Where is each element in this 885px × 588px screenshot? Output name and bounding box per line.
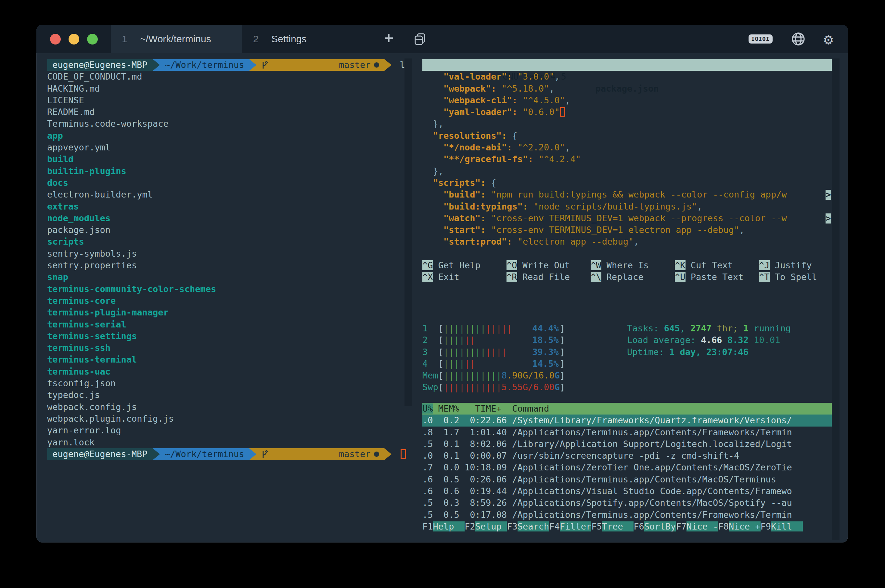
nano-line: "scripts": { bbox=[422, 177, 832, 189]
zoom-button[interactable] bbox=[87, 34, 98, 45]
nano-shortcut: ^K Cut Text bbox=[675, 260, 759, 271]
nano-shortcut: ^T To Spell bbox=[759, 271, 843, 283]
nano-line: "build": "npm run build:typings && webpa… bbox=[422, 189, 832, 201]
titlebar-right-icons: IOIOI ⚙ bbox=[748, 25, 848, 53]
file-entry: docs bbox=[47, 177, 421, 189]
htop-summary: Tasks: 645, 2747 thr; 1 runningLoad aver… bbox=[627, 322, 791, 358]
process-row[interactable]: .8 1.7 1:01.40 /Applications/Terminus.ap… bbox=[422, 426, 832, 438]
powerline-separator bbox=[249, 59, 256, 71]
file-entry: HACKING.md bbox=[47, 83, 421, 94]
htop-process-table: U% MEM% TIME+ Command .0 0.2 0:22.66 /Sy… bbox=[422, 403, 832, 532]
right-pane-scrollbar[interactable] bbox=[832, 58, 840, 540]
nano-line: "webpack": "^5.18.0", bbox=[422, 83, 832, 94]
git-branch-name: master bbox=[339, 59, 371, 71]
prompt-git-segment: master bbox=[256, 59, 384, 71]
file-entry: yarn.lock bbox=[47, 436, 421, 448]
prompt-git-segment: master bbox=[256, 448, 384, 460]
process-row[interactable]: .6 0.5 0:26.06 /Applications/Terminus.ap… bbox=[422, 474, 832, 485]
file-entry: sentry.properties bbox=[47, 260, 421, 271]
file-entry: terminus-community-color-schemes bbox=[47, 283, 421, 295]
file-entry: terminus-serial bbox=[47, 319, 421, 330]
file-entry: terminus-plugin-manager bbox=[47, 307, 421, 318]
prompt-user-host: eugene@Eugenes-MBP bbox=[47, 448, 153, 460]
terminus-window: 1 ~/Work/terminus 2 Settings + bbox=[36, 25, 848, 543]
nano-line: "val-loader": "3.0.0", bbox=[422, 71, 832, 82]
nano-shortcut: ^J Justify bbox=[759, 260, 843, 271]
nano-buffer: "val-loader": "3.0.0", "webpack": "^5.18… bbox=[422, 71, 832, 248]
file-entry: typedoc.js bbox=[47, 389, 421, 401]
file-entry: webpack.config.js bbox=[47, 401, 421, 413]
tab-work-terminus[interactable]: 1 ~/Work/terminus bbox=[111, 25, 242, 53]
file-entry: app bbox=[47, 130, 421, 142]
file-entry: LICENSE bbox=[47, 94, 421, 106]
prompt-user-host: eugene@Eugenes-MBP bbox=[47, 59, 153, 71]
sort-column-header[interactable]: U% bbox=[422, 404, 433, 414]
powerline-separator bbox=[153, 59, 160, 71]
left-pane-scrollbar[interactable] bbox=[405, 58, 412, 406]
right-terminal-pane[interactable]: GNU nano 4.5 package.json "val-loader": … bbox=[421, 53, 848, 543]
split-pane-button[interactable] bbox=[405, 25, 436, 53]
nano-editor: GNU nano 4.5 package.json "val-loader": … bbox=[422, 59, 832, 283]
nano-line: }, bbox=[422, 118, 832, 130]
process-row[interactable]: .7 0.0 10:18.09 /Applications/ZeroTier O… bbox=[422, 462, 832, 473]
nano-shortcut-bar: ^G Get Help^O Write Out^W Where Is^K Cut… bbox=[422, 260, 832, 283]
file-entry: terminus-core bbox=[47, 295, 421, 307]
nano-shortcut: ^\ Replace bbox=[591, 271, 675, 283]
nano-shortcut: ^U Paste Text bbox=[675, 271, 759, 283]
serial-port-icon[interactable]: IOIOI bbox=[748, 34, 772, 44]
process-row[interactable]: .6 0.6 0:19.44 /Applications/Visual Stud… bbox=[422, 485, 832, 497]
process-row[interactable]: .5 0.3 8:59.26 /Applications/Spotify.app… bbox=[422, 497, 832, 509]
git-branch-icon bbox=[261, 38, 336, 93]
htop-meter: 1[|||||||||||||44.4%] bbox=[422, 322, 565, 334]
htop-meter: Mem[|||||||||||8.90G/16.0G] bbox=[422, 370, 565, 381]
file-entry: builtin-plugins bbox=[47, 165, 421, 177]
process-row[interactable]: .5 0.5 0:17.08 /Applications/Terminus.ap… bbox=[422, 509, 832, 521]
file-entry: CODE_OF_CONDUCT.md bbox=[47, 71, 421, 82]
close-button[interactable] bbox=[50, 34, 61, 45]
file-entry: tsconfig.json bbox=[47, 378, 421, 389]
plus-icon: + bbox=[384, 28, 394, 48]
file-entry: scripts bbox=[47, 236, 421, 248]
terminal-pane[interactable]: eugene@Eugenes-MBP ~/Work/terminus mas bbox=[47, 53, 421, 543]
tab-index: 1 bbox=[122, 33, 140, 45]
process-row[interactable]: .5 0.1 8:02.06 /Library/Application Supp… bbox=[422, 438, 832, 450]
settings-gear-icon[interactable]: ⚙ bbox=[824, 32, 833, 47]
powerline-separator bbox=[384, 448, 392, 460]
split-pane-icon bbox=[413, 32, 427, 46]
process-rows: .0 0.2 0:22.66 /System/Library/Framework… bbox=[422, 414, 832, 521]
file-entry: sentry-symbols.js bbox=[47, 248, 421, 260]
window-titlebar: 1 ~/Work/terminus 2 Settings + bbox=[36, 25, 848, 53]
file-entry: package.json bbox=[47, 224, 421, 236]
htop-meters: 1[|||||||||||||44.4%]2[||||||18.5%]3[|||… bbox=[422, 322, 565, 393]
new-tab-button[interactable]: + bbox=[373, 25, 405, 53]
nano-shortcut: ^W Where Is bbox=[591, 260, 675, 271]
htop-summary-line: Uptime: 1 day, 23:07:46 bbox=[627, 346, 791, 358]
file-entry: webpack.plugin.config.js bbox=[47, 413, 421, 424]
process-table-header[interactable]: U% MEM% TIME+ Command bbox=[422, 403, 832, 414]
htop-function-key-bar: F1Help F2Setup F3SearchF4FilterF5Tree F6… bbox=[422, 521, 832, 532]
file-entry: yarn-error.log bbox=[47, 424, 421, 436]
file-entry: node_modules bbox=[47, 213, 421, 224]
htop-meter: Swp[|||||||||||5.55G/6.00G] bbox=[422, 381, 565, 393]
nano-line: }, bbox=[422, 165, 832, 177]
line-truncation-marker: > bbox=[825, 190, 831, 200]
minimize-button[interactable] bbox=[69, 34, 79, 45]
file-entry: build bbox=[47, 153, 421, 165]
htop-summary-line: Load average: 4.66 8.32 10.01 bbox=[627, 334, 791, 346]
nano-line: "build:typings": "node scripts/build-typ… bbox=[422, 201, 832, 213]
process-row[interactable]: .0 0.1 0:00.07 /usr/sbin/screencapture -… bbox=[422, 450, 832, 462]
nano-shortcut: ^R Read File bbox=[507, 271, 591, 283]
process-row[interactable]: .0 0.2 0:22.66 /System/Library/Framework… bbox=[422, 414, 832, 426]
htop-meter: 4[||||||14.5%] bbox=[422, 358, 565, 370]
globe-icon[interactable] bbox=[791, 32, 806, 46]
file-entry: Terminus.code-workspace bbox=[47, 118, 421, 130]
powerline-separator bbox=[384, 59, 392, 71]
prompt-line-bottom: eugene@Eugenes-MBP ~/Work/terminus mas bbox=[47, 448, 421, 460]
powerline-separator bbox=[153, 448, 160, 460]
screen: 1 ~/Work/terminus 2 Settings + bbox=[0, 0, 885, 588]
file-entry: appveyor.yml bbox=[47, 142, 421, 153]
window-controls bbox=[36, 25, 111, 53]
prompt-line-top: eugene@Eugenes-MBP ~/Work/terminus mas bbox=[47, 59, 421, 71]
git-branch-name: master bbox=[339, 448, 371, 460]
nano-line: "start:prod": "electron app --debug", bbox=[422, 236, 832, 248]
